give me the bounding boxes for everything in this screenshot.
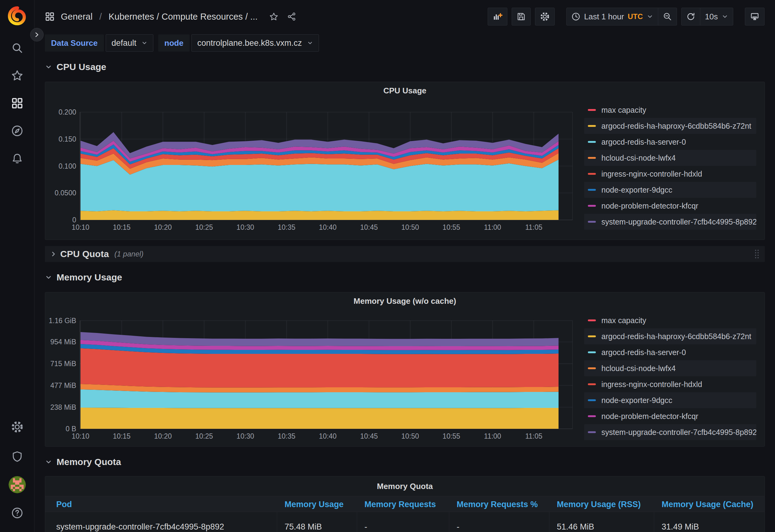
sidebar-item-dashboards[interactable] xyxy=(7,93,27,113)
legend-swatch xyxy=(588,205,596,207)
legend-item[interactable]: system-upgrade-controller-7cfb4c4995-8p8… xyxy=(584,424,756,440)
timezone-label: UTC xyxy=(628,12,643,21)
time-range-picker[interactable]: Last 1 hour UTC xyxy=(566,8,658,25)
memory-quota-table-header: PodMemory UsageMemory RequestsMemory Req… xyxy=(45,496,765,512)
legend-item[interactable]: hcloud-csi-node-lwfx4 xyxy=(584,150,756,166)
x-axis-tick: 10:20 xyxy=(154,223,172,231)
legend-item[interactable]: argocd-redis-ha-server-0 xyxy=(584,344,756,360)
series-area xyxy=(80,159,559,211)
legend-item[interactable]: node-exporter-9dgcc xyxy=(584,182,756,198)
user-avatar[interactable] xyxy=(9,476,26,493)
section-title: CPU Usage xyxy=(57,62,106,72)
x-axis-tick: 10:15 xyxy=(113,432,131,440)
save-dashboard-button[interactable] xyxy=(512,8,531,25)
datasource-select[interactable]: default xyxy=(106,34,153,52)
sidebar-item-server-admin[interactable] xyxy=(7,447,27,466)
legend-item[interactable]: argocd-redis-ha-haproxy-6cdbb584b6-z72nt xyxy=(584,328,756,344)
cycle-view-mode-button[interactable] xyxy=(745,8,765,25)
star-dashboard-icon[interactable] xyxy=(269,12,278,21)
refresh-interval-picker[interactable]: 10s xyxy=(700,8,733,25)
add-panel-button[interactable] xyxy=(488,8,507,25)
datasource-value: default xyxy=(112,38,136,48)
series-area xyxy=(80,332,559,346)
variable-node: node controlplane.bee.k8s.vxm.cz xyxy=(158,34,319,52)
dashboards-grid-icon xyxy=(45,12,55,22)
legend-label: node-exporter-9dgcc xyxy=(601,396,672,405)
dashboard-header: General / Kubernetes / Compute Resources… xyxy=(34,0,775,33)
table-column-header[interactable]: Memory Requests xyxy=(357,496,449,512)
legend-item[interactable]: node-exporter-9dgcc xyxy=(584,392,756,408)
row-drag-handle[interactable] xyxy=(754,249,760,259)
legend-item[interactable]: hcloud-csi-node-lwfx4 xyxy=(584,360,756,376)
legend-swatch xyxy=(588,221,596,223)
cpu-usage-chart[interactable]: 00.05000.1000.1500.20010:1010:1510:2010:… xyxy=(45,99,580,234)
legend-item[interactable]: system-upgrade-controller-7cfb4c4995-8p8… xyxy=(584,214,756,230)
panel-title[interactable]: Memory Usage (w/o cache) xyxy=(45,292,765,310)
legend-label: argocd-redis-ha-haproxy-6cdbb584b6-z72nt xyxy=(601,122,751,131)
share-icon[interactable] xyxy=(287,12,296,21)
zoom-out-time-button[interactable] xyxy=(658,8,677,25)
legend-item[interactable]: max capacity xyxy=(584,102,756,118)
table-column-header[interactable]: Memory Requests % xyxy=(449,496,550,512)
sidebar-item-search[interactable] xyxy=(7,38,27,58)
x-axis-tick: 10:30 xyxy=(237,432,254,440)
legend-item[interactable]: argocd-redis-ha-haproxy-6cdbb584b6-z72nt xyxy=(584,118,756,134)
legend-swatch xyxy=(588,431,596,433)
x-axis-tick: 10:15 xyxy=(113,223,131,231)
table-cell: system-upgrade-controller-7cfb4c4995-8p8… xyxy=(45,512,277,532)
breadcrumb-section[interactable]: General xyxy=(61,12,92,22)
table-cell: 51.46 MiB xyxy=(550,512,654,532)
sidebar-item-help[interactable] xyxy=(7,503,27,523)
grafana-logo[interactable] xyxy=(6,4,29,28)
refresh-button[interactable] xyxy=(681,8,700,25)
legend-label: max capacity xyxy=(601,106,646,115)
sidebar-expand-button[interactable] xyxy=(30,28,44,41)
x-axis-tick: 10:45 xyxy=(360,223,378,231)
sidebar-item-alerting[interactable] xyxy=(7,149,27,168)
table-column-header[interactable]: Pod xyxy=(45,496,277,512)
legend-swatch xyxy=(588,399,596,401)
memory-usage-chart[interactable]: 0 B238 MiB477 MiB715 MiB954 MiB1.16 GiB1… xyxy=(45,310,580,445)
y-axis-tick: 715 MiB xyxy=(50,360,76,368)
legend-item[interactable]: ingress-nginx-controller-hdxld xyxy=(584,166,756,182)
legend-item[interactable]: node-problem-detector-kfcqr xyxy=(584,198,756,214)
section-cpu-quota[interactable]: CPU Quota (1 panel) xyxy=(45,246,765,262)
time-range-label: Last 1 hour xyxy=(584,12,624,22)
legend-item[interactable]: argocd-redis-ha-server-0 xyxy=(584,134,756,150)
legend-item[interactable]: max capacity xyxy=(584,312,756,328)
panel-title[interactable]: CPU Usage xyxy=(45,82,765,99)
table-column-header[interactable]: Memory Usage (Cache) xyxy=(654,496,765,512)
table-column-header[interactable]: Memory Usage (RSS) xyxy=(550,496,654,512)
series-area xyxy=(80,408,559,429)
sidebar-item-starred[interactable] xyxy=(7,66,27,85)
node-select[interactable]: controlplane.bee.k8s.vxm.cz xyxy=(191,34,319,52)
legend-label: argocd-redis-ha-server-0 xyxy=(601,348,686,357)
x-axis-tick: 10:50 xyxy=(401,223,419,231)
table-column-header[interactable]: Memory Usage xyxy=(277,496,357,512)
cpu-usage-legend: max capacityargocd-redis-ha-haproxy-6cdb… xyxy=(580,99,765,234)
gear-icon xyxy=(11,421,23,433)
x-axis-tick: 10:10 xyxy=(72,432,89,440)
sidebar-item-explore[interactable] xyxy=(7,121,27,141)
compass-icon xyxy=(11,125,23,137)
x-axis-tick: 10:55 xyxy=(443,223,460,231)
legend-swatch xyxy=(588,415,596,417)
sidebar-item-configuration[interactable] xyxy=(7,417,27,437)
legend-swatch xyxy=(588,157,596,159)
legend-item[interactable]: ingress-nginx-controller-hdxld xyxy=(584,376,756,392)
gear-icon xyxy=(540,12,550,22)
x-axis-tick: 10:10 xyxy=(72,223,89,231)
legend-item[interactable]: node-problem-detector-kfcqr xyxy=(584,408,756,424)
breadcrumb-separator: / xyxy=(99,12,102,22)
panel-title[interactable]: Memory Quota xyxy=(45,476,765,496)
legend-label: argocd-redis-ha-haproxy-6cdbb584b6-z72nt xyxy=(601,332,751,341)
section-cpu-usage[interactable]: CPU Usage xyxy=(45,59,765,75)
breadcrumb-dashboard-title[interactable]: Kubernetes / Compute Resources / ... xyxy=(108,12,257,22)
datasource-label: Data Source xyxy=(45,34,104,52)
section-memory-usage[interactable]: Memory Usage xyxy=(45,269,765,285)
y-axis-tick: 0.0500 xyxy=(55,189,76,197)
section-memory-quota[interactable]: Memory Quota xyxy=(45,454,765,470)
sidebar-bottom xyxy=(7,417,27,523)
dashboard-settings-button[interactable] xyxy=(535,8,555,25)
node-value: controlplane.bee.k8s.vxm.cz xyxy=(197,38,302,48)
